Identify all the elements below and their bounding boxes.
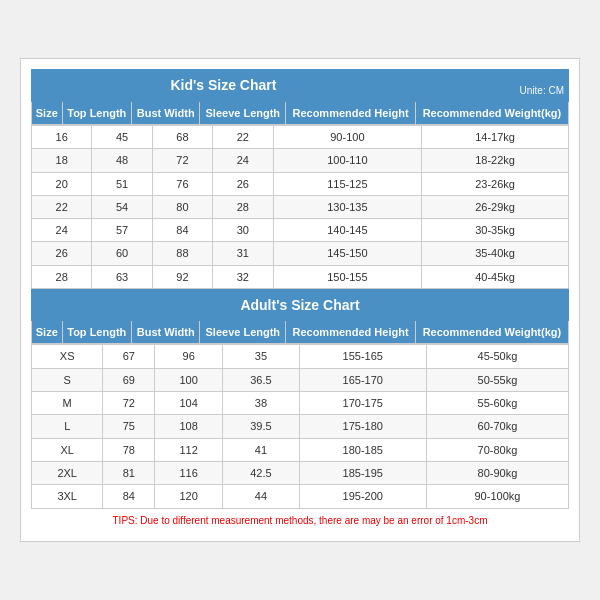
- adults-data-table: XS679635155-16545-50kgS6910036.5165-1705…: [31, 344, 569, 508]
- tips-row: TIPS: Due to different measurement metho…: [31, 509, 569, 531]
- cell: 30-35kg: [422, 219, 569, 242]
- cell: 69: [103, 368, 155, 391]
- adults-col-bust-width: Bust Width: [132, 321, 200, 344]
- cell: 14-17kg: [422, 125, 569, 148]
- cell: 22: [213, 125, 273, 148]
- cell: 145-150: [273, 242, 422, 265]
- cell: 68: [152, 125, 212, 148]
- cell: 150-155: [273, 265, 422, 288]
- cell: M: [32, 392, 103, 415]
- cell: 31: [213, 242, 273, 265]
- table-row: 26608831145-15035-40kg: [32, 242, 569, 265]
- cell: 80: [152, 195, 212, 218]
- kids-col-bust-width: Bust Width: [132, 101, 200, 124]
- cell: 75: [103, 415, 155, 438]
- cell: 45-50kg: [426, 345, 568, 368]
- table-row: 28639232150-15540-45kg: [32, 265, 569, 288]
- cell: 104: [155, 392, 223, 415]
- kids-col-top-length: Top Length: [62, 101, 132, 124]
- tips-text: TIPS: Due to different measurement metho…: [31, 509, 569, 531]
- cell: 48: [92, 149, 152, 172]
- cell: 51: [92, 172, 152, 195]
- kids-title-row: Kid's Size Chart Unite: CM: [32, 70, 569, 101]
- table-row: S6910036.5165-17050-55kg: [32, 368, 569, 391]
- adults-col-size: Size: [32, 321, 63, 344]
- cell: 115-125: [273, 172, 422, 195]
- cell: 112: [155, 438, 223, 461]
- cell: 26: [213, 172, 273, 195]
- adults-col-height: Recommended Height: [286, 321, 416, 344]
- cell: 24: [213, 149, 273, 172]
- cell: 90-100: [273, 125, 422, 148]
- cell: 63: [92, 265, 152, 288]
- cell: 26: [32, 242, 92, 265]
- cell: 26-29kg: [422, 195, 569, 218]
- cell: 130-135: [273, 195, 422, 218]
- cell: 90-100kg: [426, 485, 568, 508]
- cell: 18-22kg: [422, 149, 569, 172]
- cell: 44: [223, 485, 299, 508]
- cell: 18: [32, 149, 92, 172]
- table-row: 3XL8412044195-20090-100kg: [32, 485, 569, 508]
- cell: 20: [32, 172, 92, 195]
- kids-size-table: Kid's Size Chart Unite: CM Size Top Leng…: [31, 69, 569, 124]
- cell: 72: [103, 392, 155, 415]
- cell: 80-90kg: [426, 461, 568, 484]
- cell: 120: [155, 485, 223, 508]
- cell: 185-195: [299, 461, 426, 484]
- cell: 30: [213, 219, 273, 242]
- cell: 28: [32, 265, 92, 288]
- cell: 55-60kg: [426, 392, 568, 415]
- kids-title: Kid's Size Chart: [32, 70, 416, 101]
- adults-col-sleeve-length: Sleeve Length: [200, 321, 286, 344]
- cell: 38: [223, 392, 299, 415]
- cell: 165-170: [299, 368, 426, 391]
- cell: 50-55kg: [426, 368, 568, 391]
- cell: S: [32, 368, 103, 391]
- cell: 70-80kg: [426, 438, 568, 461]
- kids-col-size: Size: [32, 101, 63, 124]
- cell: 57: [92, 219, 152, 242]
- table-row: XS679635155-16545-50kg: [32, 345, 569, 368]
- cell: 3XL: [32, 485, 103, 508]
- adults-col-top-length: Top Length: [62, 321, 132, 344]
- cell: XL: [32, 438, 103, 461]
- cell: 84: [152, 219, 212, 242]
- table-row: 22548028130-13526-29kg: [32, 195, 569, 218]
- cell: 180-185: [299, 438, 426, 461]
- cell: 60-70kg: [426, 415, 568, 438]
- adults-title: Adult's Size Chart: [32, 290, 569, 321]
- cell: 42.5: [223, 461, 299, 484]
- kids-data-table: 1645682290-10014-17kg18487224100-11018-2…: [31, 125, 569, 289]
- cell: 88: [152, 242, 212, 265]
- cell: XS: [32, 345, 103, 368]
- cell: 23-26kg: [422, 172, 569, 195]
- table-row: 24578430140-14530-35kg: [32, 219, 569, 242]
- cell: 100: [155, 368, 223, 391]
- kids-col-sleeve-length: Sleeve Length: [200, 101, 286, 124]
- cell: 175-180: [299, 415, 426, 438]
- cell: 24: [32, 219, 92, 242]
- table-row: M7210438170-17555-60kg: [32, 392, 569, 415]
- cell: 45: [92, 125, 152, 148]
- adults-title-row: Adult's Size Chart: [32, 290, 569, 321]
- cell: 84: [103, 485, 155, 508]
- adults-header-row: Size Top Length Bust Width Sleeve Length…: [32, 321, 569, 344]
- table-row: 1645682290-10014-17kg: [32, 125, 569, 148]
- cell: 78: [103, 438, 155, 461]
- cell: 60: [92, 242, 152, 265]
- table-row: 2XL8111642.5185-19580-90kg: [32, 461, 569, 484]
- cell: 92: [152, 265, 212, 288]
- cell: 40-45kg: [422, 265, 569, 288]
- cell: 41: [223, 438, 299, 461]
- kids-col-height: Recommended Height: [286, 101, 416, 124]
- cell: 108: [155, 415, 223, 438]
- cell: 28: [213, 195, 273, 218]
- cell: 72: [152, 149, 212, 172]
- cell: 100-110: [273, 149, 422, 172]
- kids-header-row: Size Top Length Bust Width Sleeve Length…: [32, 101, 569, 124]
- size-chart-card: Kid's Size Chart Unite: CM Size Top Leng…: [20, 58, 580, 541]
- adults-size-table: Adult's Size Chart Size Top Length Bust …: [31, 289, 569, 344]
- cell: 36.5: [223, 368, 299, 391]
- cell: 116: [155, 461, 223, 484]
